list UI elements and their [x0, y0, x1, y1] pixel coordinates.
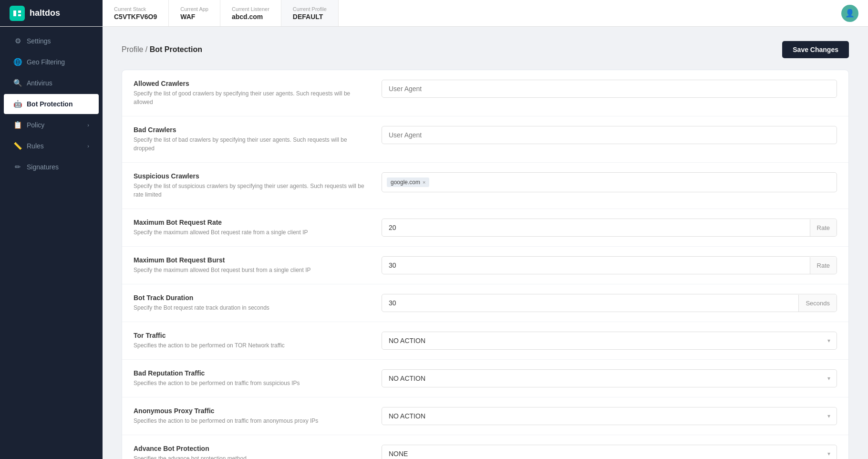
label-col-allowed-crawlers: Allowed Crawlers Specify the list of goo…: [134, 80, 382, 106]
label-col-tor-traffic: Tor Traffic Specifies the action to be p…: [134, 332, 382, 350]
control-col-advance-bot: NONE CAPTCHA JS CHALLENGE ▾: [382, 445, 837, 459]
antivirus-icon: 🔍: [13, 79, 22, 87]
bot-track-duration-input-wrapper: Seconds: [382, 294, 837, 312]
sidebar: ⚙ Settings 🌐 Geo Filtering 🔍 Antivirus 🤖…: [0, 27, 103, 459]
sidebar-item-bot-protection[interactable]: 🤖 Bot Protection: [4, 94, 99, 114]
title-max-bot-burst: Maximum Bot Request Burst: [134, 256, 367, 264]
layout: ⚙ Settings 🌐 Geo Filtering 🔍 Antivirus 🤖…: [0, 27, 868, 459]
sidebar-item-geo-filtering[interactable]: 🌐 Geo Filtering: [4, 52, 99, 72]
tag-label-google: google.com: [391, 179, 420, 186]
tor-traffic-select[interactable]: NO ACTION ALLOW BLOCK RATE LIMIT: [382, 332, 837, 350]
app-label: Current App: [180, 6, 208, 12]
title-advance-bot: Advance Bot Protection: [134, 445, 367, 452]
label-col-advance-bot: Advance Bot Protection Specifies the adv…: [134, 445, 382, 459]
desc-tor-traffic: Specifies the action to be performed on …: [134, 341, 367, 350]
label-col-bad-crawlers: Bad Crawlers Specify the list of bad cra…: [134, 126, 382, 153]
row-anon-proxy: Anonymous Proxy Traffic Specifies the ac…: [122, 397, 848, 435]
suspicious-crawlers-tag-input[interactable]: google.com ×: [382, 172, 837, 192]
anon-proxy-select[interactable]: NO ACTION ALLOW BLOCK RATE LIMIT: [382, 407, 837, 425]
row-max-bot-rate: Maximum Bot Request Rate Specify the max…: [122, 209, 848, 247]
allowed-crawlers-input-wrapper: [382, 80, 837, 98]
desc-allowed-crawlers: Specify the list of good crawlers by spe…: [134, 89, 367, 106]
sidebar-label-geo: Geo Filtering: [27, 58, 65, 66]
user-area[interactable]: 👤: [832, 0, 868, 26]
desc-bad-crawlers: Specify the list of bad crawlers by spec…: [134, 136, 367, 153]
anon-proxy-select-wrapper: NO ACTION ALLOW BLOCK RATE LIMIT ▾: [382, 407, 837, 425]
control-col-allowed-crawlers: [382, 80, 837, 98]
svg-rect-0: [10, 6, 25, 21]
row-bot-track-duration: Bot Track Duration Specify the Bot reque…: [122, 284, 848, 322]
tor-traffic-select-wrapper: NO ACTION ALLOW BLOCK RATE LIMIT ▾: [382, 332, 837, 350]
row-suspicious-crawlers: Suspicious Crawlers Specify the list of …: [122, 163, 848, 209]
title-tor-traffic: Tor Traffic: [134, 332, 367, 339]
max-bot-burst-input-wrapper: Rate: [382, 256, 837, 274]
brand-name: haltdos: [30, 8, 60, 18]
rules-chevron-icon: ›: [87, 143, 89, 149]
title-max-bot-rate: Maximum Bot Request Rate: [134, 219, 367, 226]
max-bot-rate-input[interactable]: [382, 219, 810, 236]
topbar-profile[interactable]: Current Profile DEFAULT: [281, 0, 339, 26]
policy-icon: 📋: [13, 121, 22, 129]
desc-max-bot-rate: Specify the maximum allowed Bot request …: [134, 228, 367, 237]
profile-label: Current Profile: [293, 6, 327, 12]
bot-track-duration-suffix: Seconds: [798, 295, 837, 312]
title-bad-reputation: Bad Reputation Traffic: [134, 369, 367, 377]
sidebar-label-policy: Policy: [27, 121, 44, 129]
row-max-bot-burst: Maximum Bot Request Burst Specify the ma…: [122, 247, 848, 284]
control-col-tor-traffic: NO ACTION ALLOW BLOCK RATE LIMIT ▾: [382, 332, 837, 350]
topbar-nav: Current Stack C5VTKFV6O9 Current App WAF…: [103, 0, 832, 26]
title-bot-track-duration: Bot Track Duration: [134, 294, 367, 302]
stack-value: C5VTKFV6O9: [114, 13, 157, 21]
bot-icon: 🤖: [13, 100, 22, 108]
advance-bot-select-wrapper: NONE CAPTCHA JS CHALLENGE ▾: [382, 445, 837, 459]
sidebar-item-policy[interactable]: 📋 Policy ›: [4, 115, 99, 135]
brand: haltdos: [0, 0, 103, 26]
max-bot-burst-suffix: Rate: [810, 257, 837, 274]
title-bad-crawlers: Bad Crawlers: [134, 126, 367, 134]
control-col-bad-crawlers: [382, 126, 837, 144]
control-col-bot-track-duration: Seconds: [382, 294, 837, 312]
row-allowed-crawlers: Allowed Crawlers Specify the list of goo…: [122, 70, 848, 116]
listener-value: abcd.com: [232, 13, 269, 21]
breadcrumb-prefix: Profile /: [122, 45, 147, 53]
desc-suspicious-crawlers: Specify the list of suspicious crawlers …: [134, 182, 367, 199]
avatar: 👤: [841, 5, 858, 22]
breadcrumb: Profile / Bot Protection: [122, 45, 202, 54]
max-bot-rate-suffix: Rate: [810, 219, 837, 236]
max-bot-burst-input[interactable]: [382, 257, 810, 274]
page-header: Profile / Bot Protection Save Changes: [122, 41, 849, 58]
bad-reputation-select-wrapper: NO ACTION ALLOW BLOCK RATE LIMIT ▾: [382, 369, 837, 387]
sidebar-item-settings[interactable]: ⚙ Settings: [4, 31, 99, 51]
sidebar-label-bot: Bot Protection: [27, 100, 72, 108]
bot-track-duration-input[interactable]: [382, 294, 798, 312]
bad-reputation-select[interactable]: NO ACTION ALLOW BLOCK RATE LIMIT: [382, 369, 837, 387]
allowed-crawlers-input[interactable]: [382, 80, 837, 97]
label-col-max-bot-burst: Maximum Bot Request Burst Specify the ma…: [134, 256, 382, 274]
tag-close-google[interactable]: ×: [423, 179, 425, 185]
advance-bot-select[interactable]: NONE CAPTCHA JS CHALLENGE: [382, 445, 837, 459]
topbar-stack[interactable]: Current Stack C5VTKFV6O9: [103, 0, 169, 26]
sidebar-item-signatures[interactable]: ✏ Signatures: [4, 157, 99, 177]
topbar: haltdos Current Stack C5VTKFV6O9 Current…: [0, 0, 868, 27]
row-advance-bot: Advance Bot Protection Specifies the adv…: [122, 435, 848, 459]
label-col-bot-track-duration: Bot Track Duration Specify the Bot reque…: [134, 294, 382, 312]
listener-label: Current Listener: [232, 6, 269, 12]
main-content: Profile / Bot Protection Save Changes Al…: [103, 27, 868, 459]
breadcrumb-main: Bot Protection: [150, 45, 202, 53]
sidebar-item-rules[interactable]: 📏 Rules ›: [4, 136, 99, 156]
sidebar-item-antivirus[interactable]: 🔍 Antivirus: [4, 73, 99, 93]
label-col-suspicious-crawlers: Suspicious Crawlers Specify the list of …: [134, 172, 382, 199]
sidebar-label-settings: Settings: [27, 37, 51, 45]
bad-crawlers-input[interactable]: [382, 126, 837, 144]
signatures-icon: ✏: [13, 163, 22, 171]
form-card: Allowed Crawlers Specify the list of goo…: [122, 70, 849, 459]
topbar-listener[interactable]: Current Listener abcd.com: [220, 0, 281, 26]
desc-bot-track-duration: Specify the Bot request rate track durat…: [134, 303, 367, 312]
stack-label: Current Stack: [114, 6, 157, 12]
brand-logo-icon: [10, 6, 25, 21]
policy-chevron-icon: ›: [87, 122, 89, 128]
control-col-suspicious-crawlers: google.com ×: [382, 172, 837, 192]
topbar-app[interactable]: Current App WAF: [169, 0, 220, 26]
save-button[interactable]: Save Changes: [782, 41, 849, 58]
title-anon-proxy: Anonymous Proxy Traffic: [134, 407, 367, 415]
